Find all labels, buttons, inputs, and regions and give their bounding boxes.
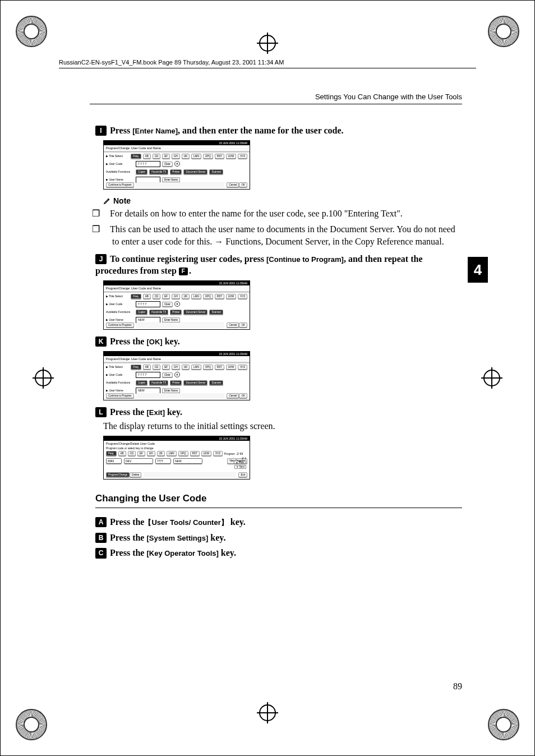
scr-title: Program/Change: User Code and Name xyxy=(104,145,250,153)
scr-func-scanner[interactable]: Scanner xyxy=(209,380,223,385)
scr-tab[interactable]: CD xyxy=(128,451,136,456)
scr-program-label: Program xyxy=(224,452,235,455)
scr-tab[interactable]: LMN xyxy=(191,294,201,299)
scr-tab[interactable]: OPQ xyxy=(203,154,213,159)
list-name-1[interactable]: DEV xyxy=(124,458,153,464)
scr-tab[interactable]: LMN xyxy=(191,154,201,159)
scr-tab[interactable]: EF xyxy=(162,365,170,370)
step-12-badge: L xyxy=(95,407,107,417)
scr-hash-key[interactable]: # xyxy=(174,161,180,167)
scr-tab[interactable]: RST xyxy=(215,294,224,299)
scr-hash-key[interactable]: # xyxy=(174,372,180,377)
scr-entername-button[interactable]: Enter Name xyxy=(162,317,180,322)
scr-tab[interactable]: UVW xyxy=(226,294,237,299)
step-11-badge: K xyxy=(95,336,107,347)
scr-func-printer[interactable]: Printer xyxy=(170,169,182,174)
scr-func-copier[interactable]: Copier xyxy=(136,310,147,315)
scr-code-input[interactable]: 7 7 7 7 xyxy=(136,161,160,167)
scr-clear-button[interactable]: Clear xyxy=(162,162,173,167)
scr-func-scanner[interactable]: Scanner xyxy=(209,169,223,174)
scr-tab[interactable]: AB xyxy=(143,294,151,299)
scr-ok-button[interactable]: OK xyxy=(239,322,247,328)
scr-tab[interactable]: IJK xyxy=(182,294,190,299)
scr-tab[interactable]: GH xyxy=(172,365,180,370)
scr-tab[interactable]: OPQ xyxy=(203,294,213,299)
scr-exit-button[interactable]: Exit xyxy=(238,472,247,477)
scr-tab[interactable]: AB xyxy=(118,451,126,456)
scr-func-printer[interactable]: Printer xyxy=(170,310,182,315)
scr-tab[interactable]: LMN xyxy=(191,365,201,370)
scr-cancel-button[interactable]: Cancel xyxy=(227,393,239,398)
scr-ok-button[interactable]: OK xyxy=(239,393,247,398)
scr-entername-button[interactable]: Enter Name xyxy=(162,388,180,393)
scr-cancel-button[interactable]: Cancel xyxy=(227,182,239,187)
scr-func-docserver[interactable]: Document Server xyxy=(183,169,207,174)
scr-func-fax[interactable]: Facsimile TX xyxy=(149,169,168,174)
scr-programchange-button[interactable]: Program/Change xyxy=(106,472,130,477)
scr-tab[interactable]: XYZ xyxy=(238,365,247,370)
scr-tab[interactable]: EF xyxy=(137,451,145,456)
scr-clear-button[interactable]: Clear xyxy=(162,372,173,377)
scr-entername-button[interactable]: Enter Name xyxy=(162,177,180,182)
scr-tab-freq[interactable]: Freq. xyxy=(131,365,141,370)
scr-cancel-button[interactable]: Cancel xyxy=(227,322,239,328)
scr-tab[interactable]: AB xyxy=(143,365,151,370)
scr-tab[interactable]: RST xyxy=(215,154,224,159)
step-12-result: The display returns to the initial setti… xyxy=(103,421,462,431)
scr-tab[interactable]: OPQ xyxy=(178,451,188,456)
scr-time: 15 JUN 2001 11:05AM xyxy=(219,437,247,440)
scr-tab[interactable]: XYZ xyxy=(238,154,247,159)
scr-tab[interactable]: GH xyxy=(147,451,155,456)
scr-next-button[interactable]: ▼ Next xyxy=(234,465,246,469)
scr-func-fax[interactable]: Facsimile TX xyxy=(149,380,168,385)
scr-tab[interactable]: UVW xyxy=(226,154,237,159)
note-item-1-text: For details on how to enter the name for… xyxy=(110,209,403,218)
scr-tab-freq[interactable]: Freq. xyxy=(131,294,141,299)
scr-tab-freq[interactable]: Freq. xyxy=(106,451,117,456)
scr-tab[interactable]: IJK xyxy=(157,451,165,456)
list-name-2[interactable]: NEW xyxy=(173,458,202,464)
scr-tab[interactable]: AB xyxy=(143,154,151,159)
scr-func-scanner[interactable]: Scanner xyxy=(209,310,223,315)
scr-tab[interactable]: UVW xyxy=(226,365,237,370)
scr-func-docserver[interactable]: Document Server xyxy=(183,380,207,385)
scr-func-copier[interactable]: Copier xyxy=(136,380,147,385)
list-code-2[interactable]: 7777 xyxy=(155,458,171,464)
scr-tab[interactable]: CD xyxy=(153,365,161,370)
scr-func-docserver[interactable]: Document Server xyxy=(183,310,207,315)
scr-tab[interactable]: OPQ xyxy=(203,365,213,370)
scr-ok-button[interactable]: OK xyxy=(239,182,247,187)
scr-tab[interactable]: IJK xyxy=(182,154,190,159)
step-10-key: [Continue to Program] xyxy=(266,255,344,264)
scr-tab[interactable]: CD xyxy=(153,294,161,299)
scr-hash-key[interactable]: # xyxy=(174,301,180,307)
scr-code-input[interactable]: 7 7 7 7 xyxy=(136,301,160,307)
scr-tab[interactable]: UVW xyxy=(201,451,212,456)
step-9-key: [Enter Name] xyxy=(132,127,178,135)
scr-tab[interactable]: XYZ xyxy=(238,294,247,299)
scr-delete-button[interactable]: Delete xyxy=(130,472,141,477)
scr-tab[interactable]: RST xyxy=(190,451,200,456)
list-code-1[interactable]: 8383 xyxy=(106,458,122,464)
scr-continue-button[interactable]: Continue to Program xyxy=(106,182,134,187)
changing-step-3-key: [Key Operator Tools] xyxy=(146,549,218,557)
scr-tab[interactable]: RST xyxy=(215,365,224,370)
note-item-1: ❒For details on how to enter the name fo… xyxy=(112,208,462,220)
scr-code-input[interactable]: 7 7 7 7 xyxy=(136,372,160,378)
scr-tab[interactable]: EF xyxy=(162,154,170,159)
scr-continue-button[interactable]: Continue to Program xyxy=(106,393,134,398)
scr-tab-freq[interactable]: Freq. xyxy=(131,154,141,159)
scr-func-fax[interactable]: Facsimile TX xyxy=(149,310,168,315)
scr-tab[interactable]: IJK xyxy=(182,365,190,370)
scr-func-printer[interactable]: Printer xyxy=(170,380,182,385)
scr-func-copier[interactable]: Copier xyxy=(136,169,147,174)
scr-tab[interactable]: GH xyxy=(172,294,180,299)
scr-tab[interactable]: CD xyxy=(153,154,161,159)
scr-prev-button[interactable]: ▲ Prev. xyxy=(234,460,246,464)
scr-tab[interactable]: XYZ xyxy=(213,451,223,456)
scr-tab[interactable]: GH xyxy=(172,154,180,159)
scr-continue-button[interactable]: Continue to Program xyxy=(106,322,134,328)
scr-clear-button[interactable]: Clear xyxy=(162,302,173,307)
scr-tab[interactable]: EF xyxy=(162,294,170,299)
scr-tab[interactable]: LMN xyxy=(167,451,177,456)
